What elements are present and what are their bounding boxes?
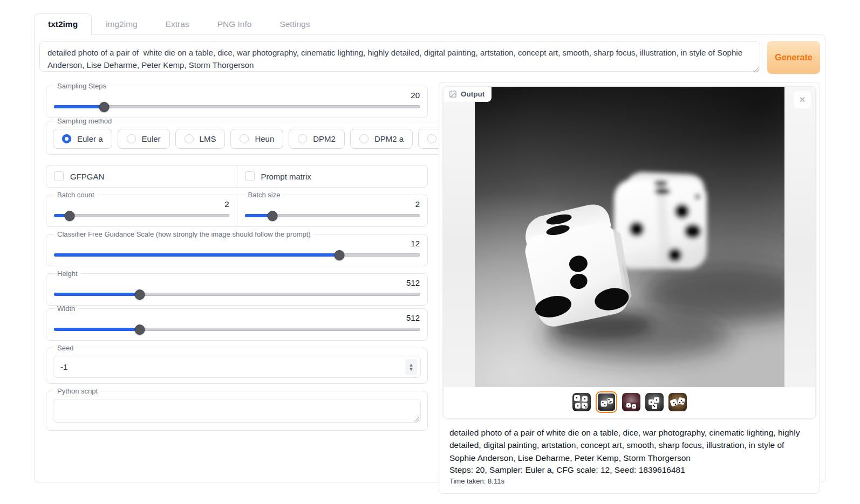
sampling-option-label: Heun (255, 134, 274, 143)
batch-count-group: Batch count 2 (46, 191, 237, 227)
gfpgan-checkbox[interactable]: GFPGAN (46, 165, 237, 187)
slider-handle[interactable] (99, 102, 109, 112)
prompt-matrix-label: Prompt matrix (261, 172, 311, 181)
thumbnail-5[interactable] (668, 393, 687, 411)
seed-label: Seed (54, 344, 76, 352)
width-value: 512 (53, 313, 421, 324)
width-label: Width (54, 305, 78, 313)
gallery-card: Output ✕ (443, 87, 815, 418)
prompt-input[interactable]: detailed photo of a pair of white die on… (39, 41, 760, 72)
number-spinner-icon[interactable]: ▲▼ (405, 359, 417, 375)
tab-bar: txt2img img2img Extras PNG Info Settings (34, 13, 860, 34)
height-slider[interactable] (54, 289, 420, 300)
output-column: Output ✕ (439, 82, 820, 494)
sampling-option-label: Euler a (77, 134, 103, 143)
sampling-option-dpm2[interactable]: DPM2 (289, 129, 345, 149)
sampling-steps-group: Sampling Steps 20 (46, 82, 428, 118)
sampling-option-heun[interactable]: Heun (230, 129, 283, 149)
slider-handle[interactable] (135, 325, 145, 335)
caption-time: Time taken: 8.11s (449, 477, 809, 485)
settings-column: Sampling Steps 20 Sampling method Euler … (46, 82, 428, 431)
prompt-matrix-checkbox[interactable]: Prompt matrix (237, 165, 428, 187)
batch-size-value: 2 (244, 199, 421, 210)
tab-settings[interactable]: Settings (265, 13, 324, 34)
sampling-method-label: Sampling method (54, 117, 114, 125)
generate-button[interactable]: Generate (767, 41, 820, 74)
seed-input[interactable] (53, 356, 421, 378)
radio-icon (359, 134, 368, 143)
close-icon[interactable]: ✕ (794, 91, 811, 108)
gfpgan-label: GFPGAN (70, 172, 104, 181)
thumbnail-3[interactable] (622, 393, 640, 411)
radio-icon (427, 134, 436, 143)
radio-icon (62, 134, 71, 143)
height-group: Height 512 (46, 270, 428, 306)
height-value: 512 (53, 278, 421, 289)
thumbnail-1[interactable] (572, 393, 591, 411)
checkbox-icon[interactable] (245, 171, 255, 181)
sampling-option-euler-a[interactable]: Euler a (53, 129, 112, 149)
txt2img-panel: detailed photo of a pair of white die on… (34, 34, 825, 482)
sampling-option-label: Euler (142, 134, 161, 143)
radio-icon (185, 134, 194, 143)
batch-row: Batch count 2 Batch size 2 (46, 191, 428, 227)
thumbnail-image (645, 393, 664, 411)
python-script-input[interactable] (53, 399, 421, 423)
slider-handle[interactable] (334, 250, 344, 260)
sampling-option-euler[interactable]: Euler (118, 129, 170, 149)
prompt-row: detailed photo of a pair of white die on… (39, 41, 820, 74)
slider-handle[interactable] (65, 211, 75, 221)
python-script-label: Python script (54, 387, 100, 395)
cfg-scale-label: Classifier Free Guidance Scale (how stro… (54, 230, 313, 238)
output-panel: Output ✕ (439, 82, 820, 494)
caption-prompt: detailed photo of a pair of white die on… (449, 426, 809, 464)
caption-params: Steps: 20, Sampler: Euler a, CFG scale: … (449, 465, 809, 475)
gallery-thumbnails (443, 387, 815, 418)
thumbnail-2-selected[interactable] (596, 391, 617, 413)
toggles-group: GFPGAN Prompt matrix (46, 165, 428, 188)
generation-info: detailed photo of a pair of white die on… (442, 420, 817, 491)
thumbnail-image (598, 393, 615, 411)
width-slider[interactable] (54, 324, 420, 335)
radio-icon (298, 134, 307, 143)
radio-icon (240, 134, 249, 143)
tab-png-info[interactable]: PNG Info (203, 13, 266, 34)
batch-count-slider[interactable] (54, 210, 229, 221)
sampling-steps-label: Sampling Steps (54, 82, 109, 90)
output-label: Output (461, 90, 484, 98)
thumbnail-image (622, 393, 640, 411)
batch-count-label: Batch count (54, 191, 97, 199)
batch-size-group: Batch size 2 (237, 191, 428, 227)
slider-handle[interactable] (135, 289, 145, 300)
cfg-scale-group: Classifier Free Guidance Scale (how stro… (46, 230, 428, 266)
output-header: Output (443, 87, 492, 102)
height-label: Height (54, 270, 80, 278)
thumbnail-image (668, 393, 687, 411)
sampling-option-label: DPM2 (313, 134, 336, 143)
seed-group: Seed ▲▼ (46, 344, 428, 384)
sampling-option-dpm2-a[interactable]: DPM2 a (350, 129, 413, 149)
width-group: Width 512 (46, 305, 428, 341)
thumbnail-4[interactable] (645, 393, 664, 411)
batch-count-value: 2 (53, 199, 230, 210)
sampling-option-label: DPM2 a (374, 134, 404, 143)
app-page: txt2img img2img Extras PNG Info Settings… (0, 13, 860, 504)
batch-size-label: Batch size (245, 191, 283, 199)
image-area (443, 87, 815, 387)
tab-txt2img[interactable]: txt2img (34, 13, 92, 35)
sampling-steps-slider[interactable] (54, 101, 420, 112)
image-icon (449, 90, 457, 98)
tab-extras[interactable]: Extras (152, 13, 203, 34)
sampling-option-label: LMS (200, 134, 216, 143)
thumbnail-image (572, 393, 591, 411)
tab-img2img[interactable]: img2img (92, 13, 152, 34)
python-script-group: Python script (46, 387, 428, 431)
cfg-scale-slider[interactable] (54, 250, 420, 260)
batch-size-slider[interactable] (245, 210, 420, 221)
checkbox-icon[interactable] (54, 171, 64, 181)
generated-image[interactable] (475, 87, 784, 387)
slider-handle[interactable] (268, 211, 278, 221)
radio-icon (127, 134, 136, 143)
sampling-option-lms[interactable]: LMS (175, 129, 226, 149)
sampling-steps-value: 20 (53, 91, 421, 101)
